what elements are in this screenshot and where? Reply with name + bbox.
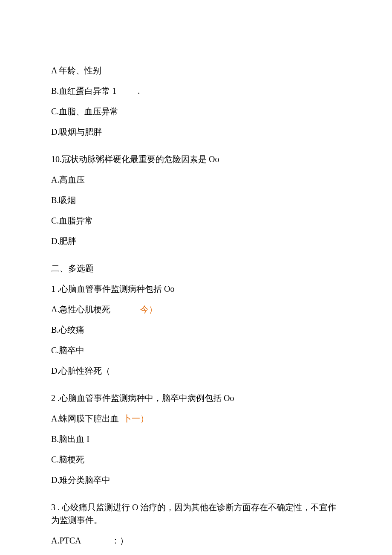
m3-option-a-annotation: ：） — [111, 536, 128, 545]
m2-option-a-annotation: 卜一） — [123, 414, 149, 423]
m2-stem: 2 .心脑血管事件监测病种中，脑卒中病例包括 Oo — [51, 392, 341, 404]
m3-stem: 3 . 心绞痛只监测进行 O 治疗的，因为其他在诊断方面存在不确定性，不宜作为监… — [51, 501, 341, 526]
document-page: A 年龄、性别 B.血红蛋白异常 1. C.血脂、血压异常 D.吸烟与肥胖 10… — [0, 0, 392, 555]
m1-option-b: B.心绞痛 — [51, 323, 341, 336]
option-c: C.血脂、血压异常 — [51, 105, 341, 118]
option-b-dot: . — [138, 86, 140, 96]
m2-option-d: D.难分类脑卒中 — [51, 474, 341, 486]
q10-stem: 10.冠状动脉粥样硬化最重要的危险因素是 Oo — [51, 153, 341, 166]
q10-option-b: B.吸烟 — [51, 194, 341, 206]
option-b: B.血红蛋白异常 1. — [51, 84, 341, 97]
m3-option-a: A.PTCA：） — [51, 534, 341, 547]
m3-option-a-text: A.PTCA — [51, 536, 81, 545]
option-d: D.吸烟与肥胖 — [51, 125, 341, 138]
m2-option-a-text: A.蛛网膜下腔出血 — [51, 414, 119, 423]
m1-option-c: C.脑卒中 — [51, 344, 341, 357]
section-2-heading: 二、多选题 — [51, 262, 341, 275]
m2-option-b: B.脑出血 I — [51, 433, 341, 445]
m1-option-a: A.急性心肌梗死今） — [51, 303, 341, 316]
m1-stem: 1 .心脑血管事件监测病种包括 Oo — [51, 282, 341, 295]
m1-option-a-annotation: 今） — [140, 305, 157, 314]
m2-option-a: A.蛛网膜下腔出血卜一） — [51, 412, 341, 425]
q10-option-a: A.高血压 — [51, 173, 341, 186]
option-a: A 年龄、性别 — [51, 64, 341, 77]
q10-option-c: C.血脂异常 — [51, 214, 341, 227]
q10-option-d: D.肥胖 — [51, 235, 341, 247]
m1-option-d: D.心脏性猝死（ — [51, 364, 341, 377]
option-b-text: B.血红蛋白异常 1 — [51, 86, 116, 96]
m2-option-c: C.脑梗死 — [51, 453, 341, 466]
m1-option-a-text: A.急性心肌梗死 — [51, 305, 110, 314]
